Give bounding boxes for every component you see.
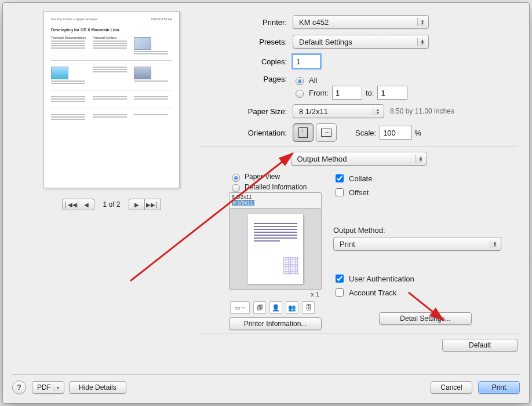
print-form: Printer: KM c452▴▾ Presets: Default Sett… (200, 14, 518, 352)
pdf-menu-label: PDF (37, 383, 51, 392)
print-dialog-sheet: Mac Dev Center — Apple Developer6/26/12 … (2, 2, 530, 404)
printer-label: Printer: (200, 18, 293, 27)
papersize-value: 8 1/2x11 (299, 107, 328, 116)
pages-to-label: to: (366, 89, 374, 97)
layout-preview (229, 209, 322, 290)
papersize-combo[interactable]: 8 1/2x11▴▾ (293, 104, 384, 118)
pages-all-label: All (309, 76, 317, 85)
paper-list[interactable]: 8 1/2x11 8 1/2x11 (229, 192, 322, 209)
detail-settings-button[interactable]: Detail Settings... (379, 312, 472, 325)
user-icon[interactable]: 👤 (269, 301, 282, 314)
pager-last-button[interactable]: ▶▶│ (145, 199, 161, 210)
offset-label: Offset (349, 188, 369, 197)
papersize-hint: 8.50 by 11.00 inches (390, 107, 454, 115)
paper-list-item: 8 1/2x11 (232, 194, 319, 200)
output-method-value: Print (340, 240, 355, 248)
options-section-value: Output Method (297, 155, 347, 163)
pages-from-input[interactable] (332, 86, 362, 100)
scale-input[interactable] (380, 126, 412, 140)
pager-first-button[interactable]: │◀◀ (62, 199, 78, 210)
pages-from-radio[interactable] (296, 90, 304, 98)
orientation-portrait-button[interactable] (293, 123, 314, 142)
output-method-label: Output Method: (333, 226, 518, 235)
layout-icon-strip: ▭→ 🗐 👤 👥 🗄 (229, 299, 322, 315)
pages-all-radio[interactable] (296, 77, 304, 85)
finishing-icon[interactable]: 🗐 (253, 301, 266, 314)
paper-list-item-selected: 8 1/2x11 (232, 200, 254, 206)
paper-view-label: Paper View (245, 173, 280, 181)
printer-information-button[interactable]: Printer Information... (229, 317, 322, 330)
mini-page-icon (248, 214, 303, 284)
page-thumbnail[interactable]: Mac Dev Center — Apple Developer6/26/12 … (43, 11, 180, 188)
preview-column: Mac Dev Center — Apple Developer6/26/12 … (43, 11, 180, 210)
detailed-info-label: Detailed Information (245, 183, 307, 191)
scale-label: Scale: (355, 129, 376, 137)
collate-label: Collate (349, 174, 372, 183)
page-indicator: 1 of 2 (100, 200, 122, 209)
detailed-info-radio[interactable] (232, 184, 240, 192)
copies-label: Copies: (200, 57, 293, 66)
help-button[interactable]: ? (12, 381, 26, 394)
offset-checkbox[interactable] (336, 188, 344, 196)
scale-percent: % (414, 129, 421, 137)
user-auth-label: User Authentication (349, 275, 414, 283)
pager-row: │◀◀ ◀ 1 of 2 ▶ ▶▶│ (43, 199, 180, 210)
pages-from-label: From: (309, 89, 329, 97)
printer-combo[interactable]: KM c452▴▾ (293, 15, 429, 29)
layout-preview-toggle-icon[interactable]: ▭→ (230, 301, 250, 314)
papersize-label: Paper Size: (200, 107, 293, 116)
group-icon[interactable]: 👥 (286, 301, 298, 314)
hide-details-button[interactable]: Hide Details (69, 381, 126, 394)
pager-back-group: │◀◀ ◀ (62, 199, 94, 210)
user-auth-checkbox[interactable] (336, 275, 344, 283)
pages-to-input[interactable] (377, 86, 407, 100)
options-section-combo[interactable]: Output Method▴▾ (291, 152, 427, 166)
pdf-menu-button[interactable]: PDF▾ (32, 381, 64, 394)
account-track-checkbox[interactable] (336, 288, 344, 297)
orientation-label: Orientation: (200, 129, 293, 137)
secure-icon[interactable]: 🗄 (302, 301, 315, 314)
separator (200, 147, 518, 147)
account-track-label: Account Track (349, 288, 396, 297)
printer-value: KM c452 (299, 18, 329, 27)
cancel-button[interactable]: Cancel (431, 381, 472, 394)
output-method-combo[interactable]: Print▴▾ (333, 237, 501, 251)
dialog-bottom-bar: ? PDF▾ Hide Details Cancel Print (12, 374, 520, 395)
print-button[interactable]: Print (478, 381, 520, 394)
pager-fwd-group: ▶ ▶▶│ (129, 199, 161, 210)
thumb-title: Developing for OS X Mountain Lion (51, 27, 172, 32)
default-button[interactable]: Default (442, 339, 518, 352)
output-method-panel: Paper View Detailed Information 8 1/2x11… (200, 171, 518, 330)
pager-prev-button[interactable]: ◀ (78, 199, 94, 210)
page-count-label: x 1 (229, 290, 322, 299)
paper-view-radio[interactable] (232, 174, 240, 182)
pager-next-button[interactable]: ▶ (129, 199, 145, 210)
presets-combo[interactable]: Default Settings▴▾ (293, 35, 429, 49)
copies-input[interactable] (293, 54, 320, 68)
pages-label: Pages: (200, 74, 293, 83)
presets-value: Default Settings (299, 38, 352, 46)
orientation-landscape-button[interactable] (316, 123, 337, 142)
presets-label: Presets: (200, 38, 293, 46)
collate-checkbox[interactable] (336, 174, 344, 182)
separator (200, 334, 518, 334)
